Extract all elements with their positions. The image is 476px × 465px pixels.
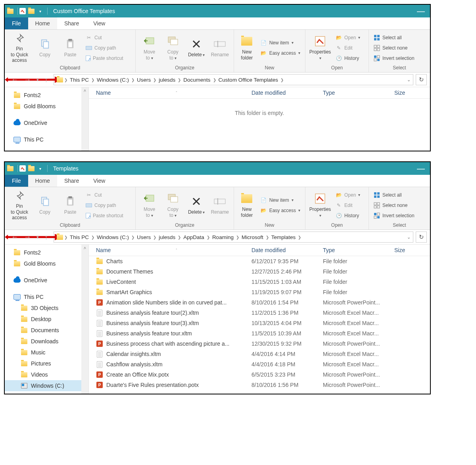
history-button[interactable]: 🕑History — [334, 211, 362, 220]
breadcrumb[interactable]: ❯ This PC❯Windows (C:)❯Users❯julesds❯Doc… — [54, 74, 413, 85]
new-item-button[interactable]: 📄New item — [259, 196, 302, 205]
copy-button[interactable]: Copy — [33, 33, 56, 63]
nav-tree-item[interactable]: Gold Blooms — [5, 258, 88, 269]
new-item-button[interactable]: 📄New item — [259, 38, 302, 47]
tab-home[interactable]: Home — [28, 175, 57, 187]
qat-properties-icon[interactable] — [19, 8, 26, 14]
column-headers[interactable]: Name ˆ Date modified Type Size — [89, 87, 430, 99]
file-row[interactable]: Calendar insights.xltm 4/4/2016 4:14 PM … — [89, 349, 430, 359]
copy-to-button[interactable]: Copyto — [162, 33, 183, 63]
breadcrumb-segment[interactable]: Roaming — [211, 234, 235, 240]
nav-tree-item[interactable]: Music — [5, 347, 88, 358]
file-row[interactable]: Document Themes 12/27/2015 2:46 PM File … — [89, 266, 430, 277]
file-row[interactable]: Create an Office Mix.potx 6/5/2015 3:23 … — [89, 369, 430, 380]
scrollbar[interactable]: ʌ — [81, 245, 88, 394]
paste-shortcut-button[interactable]: ↗Paste shortcut — [84, 54, 125, 63]
tab-share[interactable]: Share — [57, 175, 86, 187]
file-row[interactable]: Animation slide Numbers slide in on curv… — [89, 297, 430, 308]
paste-button[interactable]: Paste — [59, 190, 82, 221]
breadcrumb-segment[interactable]: Users — [135, 77, 152, 83]
nav-tree-item[interactable]: Windows (C:) — [5, 380, 88, 391]
copy-button[interactable]: Copy — [33, 190, 56, 221]
titlebar[interactable]: ▾ Custom Office Templates — — [5, 5, 430, 17]
nav-tree-item[interactable]: Videos — [5, 369, 88, 380]
column-type[interactable]: Type — [323, 247, 394, 253]
breadcrumb-segment[interactable]: This PC — [68, 234, 90, 240]
minimize-button[interactable]: — — [414, 5, 428, 17]
cut-button[interactable]: ✂Cut — [84, 33, 125, 42]
breadcrumb-dropdown-icon[interactable]: ⌄ — [407, 77, 411, 82]
minimize-button[interactable]: — — [414, 162, 428, 175]
breadcrumb-segment[interactable]: Custom Office Templates — [217, 77, 280, 83]
rename-button[interactable]: Rename — [209, 190, 230, 221]
column-size[interactable]: Size — [394, 247, 426, 253]
breadcrumb-segment[interactable]: Users — [135, 234, 152, 240]
nav-tree-item[interactable]: Fonts2 — [5, 90, 88, 101]
breadcrumb-segment[interactable]: julesds — [157, 234, 177, 240]
folder-icon[interactable] — [28, 8, 35, 14]
file-row[interactable]: Charts 6/12/2017 9:35 PM File folder — [89, 256, 430, 266]
refresh-button[interactable]: ↻ — [416, 232, 427, 243]
nav-tree-item[interactable]: This PC — [5, 291, 88, 302]
breadcrumb[interactable]: ❯ This PC❯Windows (C:)❯Users❯julesds❯App… — [54, 232, 413, 243]
properties-button[interactable]: Properties — [309, 190, 332, 221]
invert-selection-button[interactable]: Invert selection — [372, 54, 416, 63]
delete-button[interactable]: Delete — [186, 33, 207, 63]
easy-access-button[interactable]: 📂Easy access — [259, 49, 302, 57]
easy-access-button[interactable]: 📂Easy access — [259, 206, 302, 215]
tab-file[interactable]: File — [5, 175, 28, 187]
column-name[interactable]: Name ˆ — [93, 247, 251, 253]
file-row[interactable]: Business analysis feature tour.xltm 11/5… — [89, 328, 430, 339]
breadcrumb-segment[interactable]: Windows (C:) — [95, 234, 131, 240]
file-row[interactable]: Business process chart with ascending pi… — [89, 339, 430, 349]
folder-icon[interactable] — [28, 165, 35, 172]
delete-button[interactable]: Delete — [186, 190, 207, 221]
refresh-button[interactable]: ↻ — [416, 74, 427, 85]
open-button[interactable]: 📂Open — [334, 191, 362, 199]
recent-locations-button[interactable]: ▾ — [36, 235, 39, 240]
select-all-button[interactable]: Select all — [372, 33, 416, 42]
column-headers[interactable]: Name ˆ Date modified Type Size — [89, 245, 430, 256]
tab-view[interactable]: View — [86, 175, 112, 187]
qat-dropdown-icon[interactable]: ▾ — [37, 8, 43, 14]
breadcrumb-segment[interactable]: julesds — [157, 77, 177, 83]
pin-to-quick-access-button[interactable]: Pinto Quick access — [8, 33, 31, 63]
breadcrumb-segment[interactable]: This PC — [68, 77, 90, 83]
copy-to-button[interactable]: Copyto — [162, 190, 183, 221]
recent-locations-button[interactable]: ▾ — [36, 77, 39, 82]
file-row[interactable]: SmartArt Graphics 11/19/2015 9:07 PM Fil… — [89, 287, 430, 297]
scrollbar[interactable]: ʌ — [81, 87, 88, 151]
edit-button[interactable]: ✎Edit — [334, 201, 362, 210]
copy-path-button[interactable]: Copy path — [84, 201, 125, 210]
nav-tree-item[interactable]: Fonts2 — [5, 247, 88, 258]
properties-button[interactable]: Properties — [309, 33, 332, 63]
select-none-button[interactable]: Select none — [372, 44, 416, 52]
breadcrumb-segment[interactable]: AppData — [182, 234, 206, 240]
qat-properties-icon[interactable] — [19, 165, 26, 172]
history-button[interactable]: 🕑History — [334, 54, 362, 63]
titlebar[interactable]: ▾ Templates — — [5, 162, 430, 175]
nav-tree-item[interactable]: Downloads — [5, 336, 88, 347]
open-button[interactable]: 📂Open — [334, 33, 362, 42]
column-name[interactable]: Name ˆ — [93, 90, 251, 96]
file-row[interactable]: Business analysis feature tour(2).xltm 1… — [89, 308, 430, 318]
back-button[interactable]: ← — [11, 76, 18, 84]
paste-button[interactable]: Paste — [59, 33, 82, 63]
move-to-button[interactable]: Moveto — [139, 33, 160, 63]
select-all-button[interactable]: Select all — [372, 191, 416, 199]
nav-tree-item[interactable]: OneDrive — [5, 275, 88, 286]
cut-button[interactable]: ✂Cut — [84, 191, 125, 199]
tab-view[interactable]: View — [86, 17, 112, 29]
nav-tree-item[interactable]: Gold Blooms — [5, 101, 88, 112]
rename-button[interactable]: Rename — [209, 33, 230, 63]
back-button[interactable]: ← — [11, 233, 18, 241]
qat-dropdown-icon[interactable]: ▾ — [37, 165, 43, 172]
nav-tree-item[interactable]: OneDrive — [5, 117, 88, 128]
file-row[interactable]: LiveContent 11/15/2015 1:03 AM File fold… — [89, 277, 430, 287]
breadcrumb-dropdown-icon[interactable]: ⌄ — [407, 235, 411, 240]
breadcrumb-segment[interactable]: Microsoft — [240, 234, 265, 240]
nav-tree-item[interactable]: 3D Objects — [5, 302, 88, 314]
nav-tree-item[interactable]: Pictures — [5, 358, 88, 369]
new-folder-button[interactable]: Newfolder — [237, 33, 257, 63]
edit-button[interactable]: ✎Edit — [334, 44, 362, 52]
